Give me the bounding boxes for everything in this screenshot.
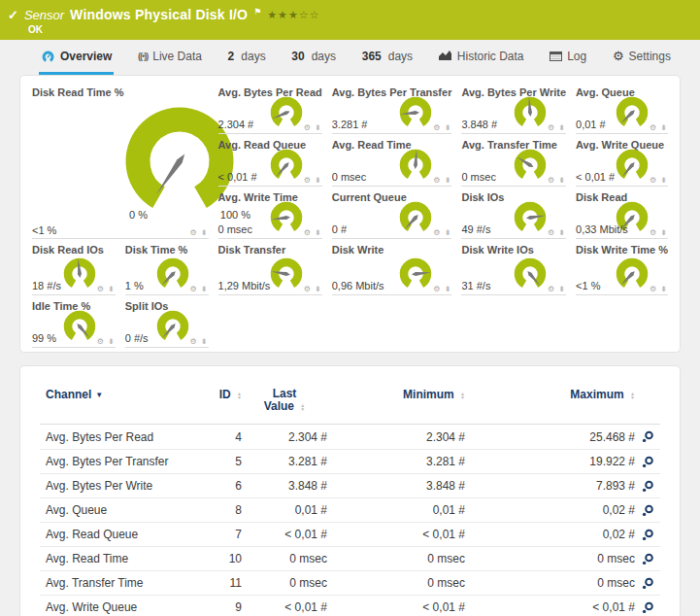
- gauge-cell-icons[interactable]: ⚙ ⇟: [97, 285, 116, 293]
- pin-icon[interactable]: ⇟: [315, 228, 322, 237]
- column-header-min[interactable]: Minimum ▲▼: [327, 388, 465, 401]
- gauge-cell-icons[interactable]: ⚙ ⇟: [650, 285, 668, 293]
- column-header-id[interactable]: ID ▲▼: [195, 388, 242, 401]
- gauge-cell-icons[interactable]: ⚙ ⇟: [650, 123, 668, 132]
- pin-icon[interactable]: ⇟: [445, 285, 452, 293]
- gauge-cell-icons[interactable]: ⚙ ⇟: [304, 123, 322, 132]
- gauge-cell-icons[interactable]: ⚙ ⇟: [433, 285, 451, 293]
- gear-icon[interactable]: ⚙: [548, 176, 555, 185]
- pin-icon[interactable]: ⇟: [108, 337, 116, 346]
- gauge-cell-avg-read-time[interactable]: Avg. Read Time0 msec⚙ ⇟: [332, 136, 452, 187]
- gauge-cell-icons[interactable]: ⚙ ⇟: [650, 176, 668, 185]
- gear-icon[interactable]: ⚙: [650, 228, 657, 237]
- tab-overview[interactable]: Overview: [39, 40, 114, 75]
- gauge-cell-icons[interactable]: ⚙ ⇟: [304, 285, 322, 293]
- gear-icon[interactable]: ⚙: [189, 285, 197, 293]
- gear-icon[interactable]: ⚙: [304, 228, 312, 237]
- pin-icon[interactable]: ⇟: [558, 228, 566, 237]
- pin-icon[interactable]: ⇟: [108, 285, 116, 293]
- gauge-cell-avg-write-time[interactable]: Avg. Write Time0 msec⚙ ⇟: [218, 188, 322, 239]
- gear-icon[interactable]: ⚙: [650, 123, 657, 132]
- channel-settings-icon[interactable]: [642, 601, 654, 614]
- gauge-cell-icons[interactable]: ⚙ ⇟: [189, 228, 208, 237]
- gauge-cell-avg-bytes-per-transfer[interactable]: Avg. Bytes Per Transfer3.281 #⚙ ⇟: [332, 84, 452, 134]
- gear-icon[interactable]: ⚙: [97, 285, 105, 293]
- pin-icon[interactable]: ⇟: [315, 285, 322, 293]
- gauge-cell-avg-bytes-per-read[interactable]: Avg. Bytes Per Read2.304 #⚙ ⇟: [218, 84, 322, 134]
- gauge-cell-avg-transfer-time[interactable]: Avg. Transfer Time0 msec⚙ ⇟: [461, 136, 566, 187]
- channel-settings-icon[interactable]: [642, 430, 654, 443]
- pin-icon[interactable]: ⇟: [558, 285, 566, 293]
- gauge-cell-disk-read-ios[interactable]: Disk Read IOs18 #/s⚙ ⇟: [32, 241, 116, 295]
- gauge-cell-disk-ios[interactable]: Disk IOs49 #/s⚙ ⇟: [461, 188, 566, 239]
- gauge-cell-disk-transfer[interactable]: Disk Transfer1,29 Mbit/s⚙ ⇟: [218, 241, 322, 295]
- gear-icon[interactable]: ⚙: [650, 285, 657, 293]
- sort-icon[interactable]: ▲▼: [630, 392, 635, 399]
- gauge-cell-avg-write-queue[interactable]: Avg. Write Queue< 0,01 #⚙ ⇟: [576, 136, 668, 187]
- pin-icon[interactable]: ⇟: [445, 176, 452, 185]
- gauge-cell-icons[interactable]: ⚙ ⇟: [548, 123, 566, 132]
- gauge-cell-disk-write-ios[interactable]: Disk Write IOs31 #/s⚙ ⇟: [461, 241, 566, 295]
- gauge-cell-disk-write-time-[interactable]: Disk Write Time %<1 %⚙ ⇟: [576, 241, 668, 295]
- channel-settings-icon[interactable]: [642, 529, 654, 541]
- pin-icon[interactable]: ⇟: [445, 228, 452, 237]
- column-header-max[interactable]: Maximum ▲▼: [465, 388, 635, 401]
- gear-icon[interactable]: ⚙: [189, 337, 197, 346]
- gear-icon[interactable]: ⚙: [304, 123, 312, 132]
- pin-icon[interactable]: ⇟: [660, 285, 668, 293]
- gauge-cell-avg-bytes-per-write[interactable]: Avg. Bytes Per Write3.848 #⚙ ⇟: [461, 84, 566, 134]
- channel-settings-icon[interactable]: [642, 504, 654, 517]
- gauge-cell-disk-time-[interactable]: Disk Time %1 %⚙ ⇟: [125, 241, 209, 295]
- column-header-channel[interactable]: Channel ▼: [40, 388, 195, 401]
- gauge-cell-disk-write[interactable]: Disk Write0,96 Mbit/s⚙ ⇟: [332, 241, 452, 295]
- gauge-cell-icons[interactable]: ⚙ ⇟: [650, 228, 668, 237]
- gauge-cell-icons[interactable]: ⚙ ⇟: [548, 228, 566, 237]
- gear-icon[interactable]: ⚙: [304, 176, 312, 185]
- pin-icon[interactable]: ⇟: [558, 176, 566, 185]
- gear-icon[interactable]: ⚙: [97, 337, 105, 346]
- gauge-cell-split-ios[interactable]: Split IOs0 #/s⚙ ⇟: [125, 297, 209, 348]
- pin-icon[interactable]: ⇟: [315, 176, 322, 185]
- gauge-cell-icons[interactable]: ⚙ ⇟: [433, 123, 451, 132]
- gauge-cell-icons[interactable]: ⚙ ⇟: [433, 176, 451, 185]
- tab-settings[interactable]: ⚙Settings: [611, 40, 673, 75]
- pin-icon[interactable]: ⇟: [660, 228, 668, 237]
- gear-icon[interactable]: ⚙: [548, 228, 555, 237]
- pin-icon[interactable]: ⇟: [660, 123, 668, 132]
- pin-icon[interactable]: ⇟: [201, 337, 209, 346]
- channel-settings-icon[interactable]: [642, 456, 654, 468]
- gauge-cell-icons[interactable]: ⚙ ⇟: [97, 337, 116, 346]
- channel-settings-icon[interactable]: [642, 480, 654, 493]
- gear-icon[interactable]: ⚙: [189, 228, 197, 237]
- tab-365-days[interactable]: 365days: [360, 40, 415, 75]
- gear-icon[interactable]: ⚙: [433, 176, 441, 185]
- pin-icon[interactable]: ⇟: [558, 123, 566, 132]
- tab-live-data[interactable]: ((•))Live Data: [136, 40, 204, 75]
- gear-icon[interactable]: ⚙: [548, 285, 555, 293]
- gear-icon[interactable]: ⚙: [548, 123, 555, 132]
- gauge-cell-icons[interactable]: ⚙ ⇟: [433, 228, 451, 237]
- gear-icon[interactable]: ⚙: [304, 285, 312, 293]
- pin-icon[interactable]: ⇟: [201, 285, 209, 293]
- tab-historic-data[interactable]: Historic Data: [437, 40, 526, 75]
- column-header-last[interactable]: LastValue ▲▼: [242, 388, 327, 413]
- pin-icon[interactable]: ⇟: [660, 176, 668, 185]
- gauge-cell-current-queue[interactable]: Current Queue0 #⚙ ⇟: [332, 188, 452, 239]
- channel-settings-icon[interactable]: [642, 577, 654, 590]
- gauge-cell-disk-read[interactable]: Disk Read0,33 Mbit/s⚙ ⇟: [576, 188, 668, 239]
- priority-stars[interactable]: ★★★☆☆: [267, 9, 319, 21]
- gear-icon[interactable]: ⚙: [433, 228, 441, 237]
- gauge-cell-idle-time-[interactable]: Idle Time %99 %⚙ ⇟: [32, 297, 116, 348]
- tab-log[interactable]: Log: [548, 40, 588, 75]
- gauge-cell-icons[interactable]: ⚙ ⇟: [189, 337, 208, 346]
- gauge-cell-icons[interactable]: ⚙ ⇟: [304, 228, 322, 237]
- gauge-cell-avg-queue[interactable]: Avg. Queue0,01 #⚙ ⇟: [576, 84, 668, 134]
- gear-icon[interactable]: ⚙: [433, 285, 441, 293]
- gauge-cell-icons[interactable]: ⚙ ⇟: [548, 176, 566, 185]
- gauge-cell-icons[interactable]: ⚙ ⇟: [304, 176, 322, 185]
- flag-icon[interactable]: ⚑: [253, 7, 261, 17]
- channel-settings-icon[interactable]: [642, 553, 654, 565]
- gauge-cell-icons[interactable]: ⚙ ⇟: [548, 285, 566, 293]
- tab-2-days[interactable]: 2days: [226, 40, 268, 75]
- tab-30-days[interactable]: 30days: [289, 40, 338, 75]
